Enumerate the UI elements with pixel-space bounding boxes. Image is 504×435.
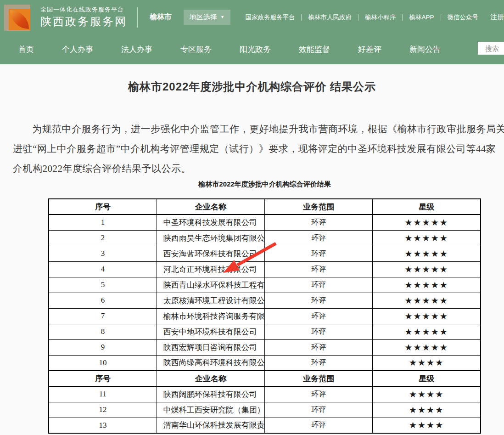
nav-item-4[interactable]: 阳光政务: [240, 44, 271, 55]
nav-item-2[interactable]: 法人办事: [121, 44, 152, 55]
results-table-body: 序号企业名称业务范围星级1中圣环境科技发展有限公司环评★★★★★2陕西雨昊生态环…: [49, 199, 481, 433]
header-link-4[interactable]: 微信公众号: [448, 13, 479, 22]
nav-item-1[interactable]: 个人办事: [62, 44, 93, 55]
cell-company: 陕西阔鹏环保科技有限公司: [157, 386, 264, 402]
table-row: 8西安中地环境科技有限公司环评★★★★★: [49, 324, 481, 339]
cell-scope: 环评: [265, 246, 373, 261]
cell-company: 太原核清环境工程设计有限公司: [157, 293, 264, 308]
paragraph-line: 介机构2022年度综合评价结果予以公示。: [13, 159, 504, 179]
cell-company: 中煤科工西安研究院（集团）有限公司: [157, 402, 264, 418]
region-select-label: 地区选择: [190, 13, 217, 22]
search-input[interactable]: [478, 42, 504, 55]
cell-stars: ★★★★★: [373, 230, 481, 246]
nav-item-3[interactable]: 专区服务: [180, 44, 212, 55]
cell-stars: ★★★★★: [373, 215, 481, 230]
cell-stars: ★★★★★: [373, 324, 481, 339]
nav-item-0[interactable]: 首页: [18, 44, 34, 55]
table-header-cell: 序号: [49, 199, 157, 215]
cell-no: 7: [49, 308, 157, 324]
cell-scope: 环评: [265, 339, 373, 355]
nav-item-6[interactable]: 好差评: [358, 44, 381, 55]
header-links: 国家政务服务平台榆林市人民政府榆林小程序榆林APP微信公众号: [245, 13, 478, 22]
cell-no: 13: [49, 418, 157, 433]
cell-scope: 环评: [265, 402, 373, 418]
table-header-cell: 星级: [373, 371, 481, 386]
cell-stars: ★★★★★: [373, 277, 481, 293]
header-link-1[interactable]: 榆林市人民政府: [308, 13, 352, 22]
site-logo-icon[interactable]: [3, 3, 35, 32]
table-row: 5陕西青山绿水环保科技工程有限公司环评★★★★★: [49, 277, 481, 293]
paragraph-line: 为规范中介服务行为，进一步强化中介监管工作，更好地提升我市营商环境，根据《榆林市…: [13, 119, 504, 139]
table-header-row: 序号企业名称业务范围星级: [49, 199, 481, 215]
cell-no: 2: [49, 230, 157, 246]
cell-scope: 环评: [265, 277, 373, 293]
header-link-0[interactable]: 国家政务服务平台: [245, 13, 295, 22]
link-separator: [301, 14, 302, 21]
cell-stars: ★★★★★: [373, 293, 481, 308]
cell-no: 4: [49, 261, 157, 277]
table-caption: 榆林市2022年度涉批中介机构综合评价结果: [0, 180, 504, 189]
cell-company: 陕西青山绿水环保科技工程有限公司: [157, 277, 264, 293]
cell-stars: ★★★★★: [373, 339, 481, 355]
current-city-label: 榆林市: [150, 12, 172, 22]
link-separator: [358, 14, 358, 21]
header-divider: [137, 7, 138, 28]
table-row: 3西安海蓝环保科技有限公司环评★★★★★: [49, 246, 481, 261]
register-link[interactable]: 注册: [490, 13, 504, 22]
main-navigation: 首页个人办事法人办事专区服务阳光政务效能监督好差评新闻公告: [0, 34, 504, 64]
cell-stars: ★★★★★: [373, 246, 481, 261]
site-logo-text[interactable]: 全国一体化在线政务服务平台 陕西政务服务网: [40, 6, 127, 28]
nav-item-7[interactable]: 新闻公告: [409, 44, 441, 55]
cell-stars: ★★★★: [373, 418, 481, 433]
cell-scope: 环评: [265, 355, 373, 371]
header-link-2[interactable]: 榆林小程序: [365, 13, 396, 22]
table-row: 2陕西雨昊生态环境集团有限公司环评★★★★★: [49, 230, 481, 246]
paragraph-line: 进驻“网上中介服务超市”中介机构考评管理规定（试行）》要求，现将评定的中圣环境科…: [13, 139, 504, 159]
logo-leaf-icon: [9, 9, 30, 30]
table-row: 9陕西宏辉项目咨询有限公司环评★★★★★: [49, 339, 481, 355]
cell-company: 渭南华山环保科技发展有限责任公司: [157, 418, 264, 433]
nav-item-5[interactable]: 效能监督: [299, 44, 330, 55]
table-row: 12中煤科工西安研究院（集团）有限公司环评★★★★: [49, 402, 481, 418]
table-header-cell: 星级: [373, 199, 481, 215]
table-row: 10陕西尚绿高科环境科技有限公司环评★★★★: [49, 355, 481, 371]
cell-stars: ★★★★★: [373, 308, 481, 324]
cell-scope: 环评: [265, 230, 373, 246]
cell-scope: 环评: [265, 215, 373, 230]
nav-items: 首页个人办事法人办事专区服务阳光政务效能监督好差评新闻公告: [18, 44, 441, 55]
cell-stars: ★★★★: [373, 386, 481, 402]
region-select-button[interactable]: 地区选择 ▼: [184, 10, 230, 25]
chevron-down-icon: ▼: [220, 15, 224, 19]
table-row: 7榆林市环境科技咨询服务有限公司环评★★★★★: [49, 308, 481, 324]
table-row: 13渭南华山环保科技发展有限责任公司环评★★★★: [49, 418, 481, 433]
link-separator: [402, 14, 403, 21]
table-row: 11陕西阔鹏环保科技有限公司环评★★★★: [49, 386, 481, 402]
cell-no: 6: [49, 293, 157, 308]
platform-tagline: 全国一体化在线政务服务平台: [40, 6, 127, 13]
cell-scope: 环评: [265, 308, 373, 324]
cell-company: 陕西雨昊生态环境集团有限公司: [157, 230, 264, 246]
cell-no: 11: [49, 386, 157, 402]
cell-no: 9: [49, 339, 157, 355]
cell-company: 陕西尚绿高科环境科技有限公司: [157, 355, 264, 371]
table-row: 6太原核清环境工程设计有限公司环评★★★★★: [49, 293, 481, 308]
cell-no: 5: [49, 277, 157, 293]
site-name: 陕西政务服务网: [40, 15, 127, 28]
header-link-3[interactable]: 榆林APP: [409, 13, 434, 22]
announcement-paragraph: 为规范中介服务行为，进一步强化中介监管工作，更好地提升我市营商环境，根据《榆林市…: [0, 119, 504, 179]
cell-scope: 环评: [265, 293, 373, 308]
table-header-cell: 序号: [49, 371, 157, 386]
cell-stars: ★★★★: [373, 355, 481, 371]
cell-scope: 环评: [265, 324, 373, 339]
cell-no: 10: [49, 355, 157, 371]
table-header-cell: 企业名称: [157, 371, 264, 386]
table-row: 4河北奇正环境科技有限公司环评★★★★★: [49, 261, 481, 277]
cell-scope: 环评: [265, 386, 373, 402]
cell-no: 8: [49, 324, 157, 339]
cell-company: 陕西宏辉项目咨询有限公司: [157, 339, 264, 355]
cell-no: 1: [49, 215, 157, 230]
cell-company: 西安中地环境科技有限公司: [157, 324, 264, 339]
cell-scope: 环评: [265, 261, 373, 277]
table-row: 1中圣环境科技发展有限公司环评★★★★★: [49, 215, 481, 230]
table-header-cell: 业务范围: [265, 371, 373, 386]
